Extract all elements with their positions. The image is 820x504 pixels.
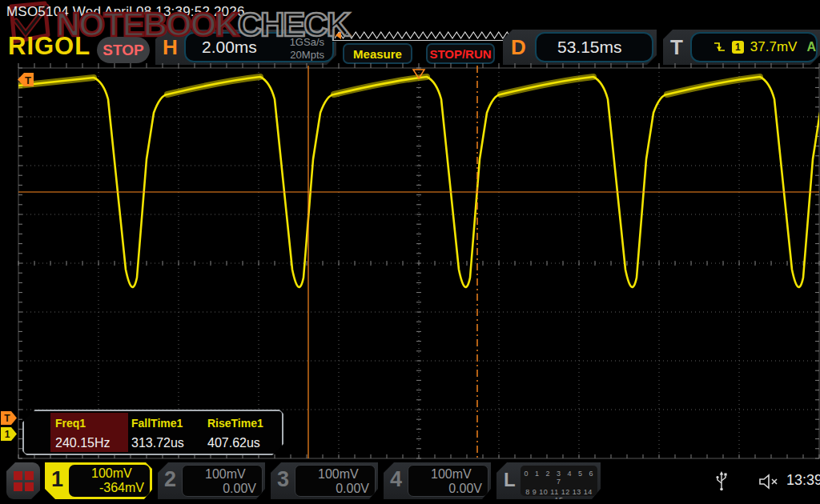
acquisition-status-badge: STOP bbox=[97, 37, 150, 63]
overview-zigzag-icon bbox=[332, 28, 508, 42]
channel3-tab[interactable]: 3 100mV 0.00V bbox=[271, 462, 378, 499]
channel-scale: 100mV bbox=[205, 467, 246, 482]
channel-offset: 0.00V bbox=[415, 482, 482, 496]
channel2-tab[interactable]: 2 100mV 0.00V bbox=[158, 462, 265, 499]
logic-channels-box: 0 1 2 3 4 5 6 7 8 9 10 11 12 13 14 15 bbox=[521, 466, 597, 496]
logic-label: L bbox=[504, 469, 516, 491]
waveform-overview-bar[interactable] bbox=[332, 28, 508, 42]
measurement-label: Freq1 bbox=[55, 417, 86, 430]
trigger-sweep-mode: A bbox=[806, 40, 816, 54]
channel-settings-box: 100mV -364mV bbox=[69, 465, 150, 497]
trigger-time-flag-letter: T bbox=[25, 74, 31, 86]
channel-settings-box: 100mV 0.00V bbox=[182, 465, 263, 497]
trigger-level-flag-letter: T bbox=[4, 413, 10, 424]
measurement-label: RiseTime1 bbox=[207, 417, 263, 430]
model-and-datetime: MSO5104 Wed April 08 13:39:52 2026 bbox=[6, 4, 245, 20]
channel-number: 2 bbox=[164, 467, 176, 492]
delay-label: D bbox=[511, 30, 526, 65]
channel4-tab[interactable]: 4 100mV 0.00V bbox=[384, 462, 491, 499]
trigger-source-badge: 1 bbox=[732, 41, 744, 54]
channel-scale: 100mV bbox=[318, 467, 359, 482]
delay-panel[interactable]: D 53.15ms bbox=[503, 30, 657, 65]
measurement-value: 240.15Hz bbox=[55, 436, 111, 450]
channel-number: 1 bbox=[51, 467, 63, 492]
measurement-value: 313.72us bbox=[131, 436, 184, 450]
channel-number: 4 bbox=[390, 467, 402, 492]
menu-button[interactable] bbox=[6, 462, 40, 499]
usb-icon bbox=[715, 471, 728, 492]
measurement-label: FallTime1 bbox=[131, 417, 183, 430]
trigger-label: T bbox=[670, 30, 683, 65]
ch1-trace-noise-band bbox=[18, 77, 760, 94]
measure-button[interactable]: Measure bbox=[343, 43, 412, 64]
trigger-level-value: 37.7mV bbox=[750, 39, 798, 55]
timebase-box[interactable]: 2.00ms 1GSa/s 20Mpts bbox=[184, 32, 334, 62]
horizontal-label: H bbox=[163, 30, 178, 65]
horizontal-panel[interactable]: H 2.00ms 1GSa/s 20Mpts bbox=[155, 30, 336, 65]
logic-analyzer-tab[interactable]: L 0 1 2 3 4 5 6 7 8 9 10 11 12 13 14 15 bbox=[496, 462, 601, 499]
timebase-value: 2.00ms bbox=[202, 38, 257, 57]
trigger-panel[interactable]: T 1 37.7mV A bbox=[663, 30, 820, 65]
sample-rate: 1GSa/s bbox=[290, 36, 324, 49]
memory-depth: 20Mpts bbox=[290, 49, 324, 62]
channel1-ground-flag-number: 1 bbox=[5, 429, 10, 440]
grid-menu-icon bbox=[14, 471, 34, 491]
samplerate-memdepth: 1GSa/s 20Mpts bbox=[290, 36, 324, 62]
logic-channels-0-7: 0 1 2 3 4 5 6 7 bbox=[521, 470, 597, 486]
delay-box[interactable]: 53.15ms bbox=[535, 32, 653, 62]
channel-settings-box: 100mV 0.00V bbox=[408, 465, 488, 497]
channel-offset: 0.00V bbox=[189, 482, 256, 496]
channel-settings-box: 100mV 0.00V bbox=[295, 465, 376, 497]
trigger-box[interactable]: 1 37.7mV A bbox=[690, 32, 818, 62]
measurement-value: 407.62us bbox=[207, 436, 260, 450]
speaker-muted-icon[interactable] bbox=[758, 473, 780, 490]
channel-scale: 100mV bbox=[91, 466, 132, 481]
channel-number: 3 bbox=[277, 467, 289, 492]
channel-scale: 100mV bbox=[431, 467, 472, 482]
channel-offset: -364mV bbox=[75, 481, 144, 495]
channel1-tab[interactable]: 1 100mV -364mV bbox=[45, 462, 152, 499]
waveform-display[interactable]: T T 1 bbox=[0, 63, 820, 462]
channel-offset: 0.00V bbox=[302, 482, 369, 496]
logic-channels-8-15: 8 9 10 11 12 13 14 15 bbox=[521, 488, 597, 504]
oscilloscope-screen: MSO5104 Wed April 08 13:39:52 2026 RIGOL… bbox=[0, 0, 820, 504]
measurement-results-box[interactable]: Freq1 240.15Hz FallTime1 313.72us RiseTi… bbox=[22, 410, 283, 455]
stop-run-button[interactable]: STOP/RUN bbox=[426, 43, 495, 64]
clock: 13:39 bbox=[786, 472, 820, 489]
rigol-logo: RIGOL bbox=[8, 32, 90, 61]
falling-edge-trigger-icon bbox=[713, 41, 726, 54]
delay-value: 53.15ms bbox=[557, 38, 622, 57]
